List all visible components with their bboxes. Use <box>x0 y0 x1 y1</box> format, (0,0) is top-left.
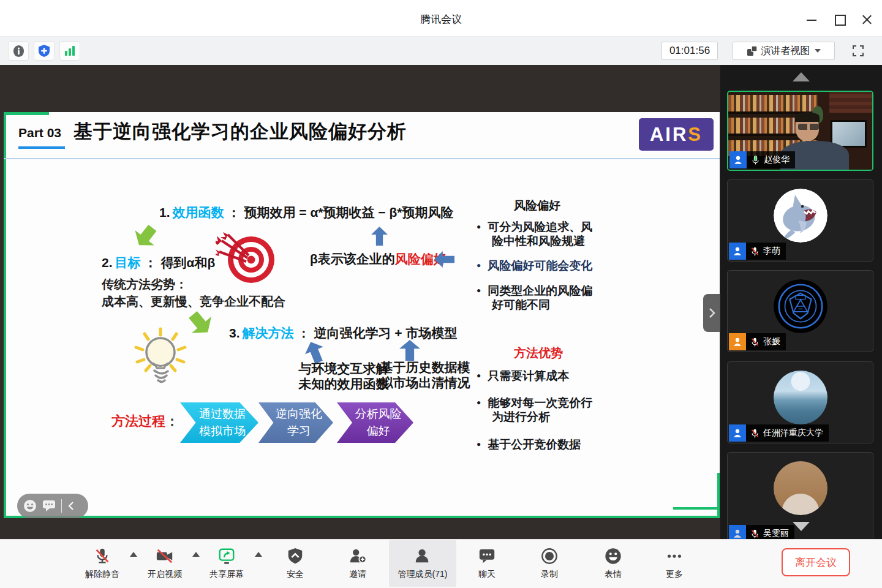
minimize-icon[interactable] <box>805 13 818 26</box>
participant-name: 张媛 <box>763 336 780 347</box>
participant-namebar: 张媛 <box>729 333 786 350</box>
mic-muted-icon <box>750 428 760 439</box>
participant-role-badge <box>729 525 746 539</box>
emoji-button[interactable]: 表情 <box>587 540 639 587</box>
maximize-icon[interactable] <box>833 13 846 26</box>
chat-bubble-icon <box>478 547 496 565</box>
process-step-3: 分析风险 偏好 <box>337 402 413 443</box>
camera-off-icon <box>155 547 175 565</box>
beta-note: β表示该企业的风险偏好 <box>310 251 447 268</box>
participant-role-badge <box>729 151 747 168</box>
smiley-icon <box>604 547 622 565</box>
solution-note-right: 基于历史数据模 拟市场出清情况 <box>369 360 481 390</box>
dartboard-target-icon <box>216 232 276 285</box>
shared-screen-stage: Part 03 基于逆向强化学习的企业风险偏好分析 AIRS 1.效用函数：预期… <box>0 65 720 539</box>
scroll-down-icon[interactable] <box>793 522 810 531</box>
unmute-button[interactable]: 解除静音 <box>77 540 128 587</box>
protection-button[interactable] <box>34 41 55 61</box>
slide-accent <box>4 112 6 518</box>
logo-text: AIR <box>650 124 688 146</box>
risk-panel-title: 风险偏好 <box>477 198 598 214</box>
record-button[interactable]: 录制 <box>524 540 575 587</box>
layout-icon <box>747 46 757 56</box>
airs-logo: AIRS <box>639 118 714 151</box>
share-screen-icon <box>217 547 236 565</box>
person-icon <box>732 336 743 347</box>
chat-quick-icon[interactable] <box>42 500 56 512</box>
meeting-info-button[interactable] <box>8 41 29 61</box>
network-signal-button[interactable] <box>59 41 80 61</box>
mic-muted-icon <box>750 246 760 257</box>
share-screen-button[interactable]: 共享屏幕 <box>201 540 252 587</box>
process-label: 方法过程： <box>111 412 179 431</box>
more-button[interactable]: 更多 <box>649 540 700 587</box>
invite-person-icon <box>348 547 368 565</box>
advantage-bullet: 基于公开竞价数据 <box>477 437 600 451</box>
view-mode-selector[interactable]: 演讲者视图 <box>733 42 835 60</box>
lightbulb-icon <box>130 326 191 388</box>
participant-avatar <box>774 279 827 333</box>
slide-accent <box>4 516 720 518</box>
point-solution: 3.解决方法：逆向强化学习 + 市场模型 <box>229 325 457 342</box>
participants-sidebar: 赵俊华 <box>720 65 882 539</box>
main-area: Part 03 基于逆向强化学习的企业风险偏好分析 AIRS 1.效用函数：预期… <box>0 65 882 539</box>
start-video-button[interactable]: 开启视频 <box>139 540 190 587</box>
green-arrow-icon <box>129 221 162 253</box>
record-icon <box>540 547 559 565</box>
participant-tile-speaking[interactable]: 赵俊华 <box>727 91 873 171</box>
arrow-up-icon <box>399 340 420 361</box>
info-icon <box>12 45 25 58</box>
participant-avatar <box>774 371 827 424</box>
participant-name: 吴雯丽 <box>763 528 789 539</box>
participant-namebar: 任洲洋重庆大学 <box>729 424 829 442</box>
collapse-left-icon[interactable] <box>67 501 75 511</box>
meeting-toolbar: 解除静音 开启视频 共享屏幕 <box>0 539 882 588</box>
point-utility-function: 1.效用函数：预期效用 = α*预期收益 − β*预期风险 <box>159 204 453 221</box>
participant-tile[interactable]: 任洲洋重庆大学 <box>727 361 873 443</box>
university-seal-icon <box>774 279 827 333</box>
method-advantage-panel: 方法优势 只需要计算成本 能够对每一次竞价行为进行分析 基于公开竞价数据 <box>477 345 600 464</box>
participant-role-badge <box>729 243 746 260</box>
slide-accent <box>673 507 720 510</box>
participant-name: 赵俊华 <box>764 154 790 165</box>
person-icon <box>732 528 743 539</box>
risk-preference-panel: 风险偏好 可分为风险追求、风险中性和风险规避 风险偏好可能会变化 同类型企业的风… <box>477 198 598 322</box>
meeting-timer: 01:01:56 <box>662 42 718 60</box>
share-options-caret[interactable] <box>255 552 262 557</box>
participant-tile[interactable]: 张媛 <box>727 270 873 352</box>
chevron-right-icon <box>708 307 715 318</box>
chat-button[interactable]: 聊天 <box>461 540 513 587</box>
participant-role-badge <box>729 424 746 442</box>
invite-button[interactable]: 邀请 <box>332 540 383 587</box>
presentation-slide: Part 03 基于逆向强化学习的企业风险偏好分析 AIRS 1.效用函数：预期… <box>4 112 720 518</box>
video-options-caret[interactable] <box>192 552 200 557</box>
scroll-up-icon[interactable] <box>793 72 810 81</box>
fullscreen-button[interactable] <box>849 42 867 59</box>
mic-muted-icon <box>93 547 111 565</box>
mic-options-caret[interactable] <box>130 552 137 557</box>
leave-meeting-button[interactable]: 离开会议 <box>782 548 850 576</box>
participant-namebar: 李萌 <box>729 243 786 260</box>
emoji-quick-icon[interactable] <box>23 499 37 513</box>
process-step-2: 逆向强化 学习 <box>258 402 333 443</box>
person-icon <box>732 428 743 439</box>
participant-namebar: 吴雯丽 <box>729 525 794 539</box>
participant-name: 任洲洋重庆大学 <box>763 428 823 439</box>
pill-divider <box>61 499 62 513</box>
part-underline <box>18 146 65 149</box>
participant-tile[interactable]: 李萌 <box>727 179 873 262</box>
next-page-tab[interactable] <box>703 294 720 332</box>
view-mode-label: 演讲者视图 <box>761 45 810 58</box>
manage-members-button[interactable]: 管理成员(71) <box>389 540 456 587</box>
risk-bullet: 可分为风险追求、风险中性和风险规避 <box>477 220 598 248</box>
shield-plus-icon <box>38 44 50 58</box>
tencent-meeting-window: 腾讯会议 01:01:56 <box>0 0 882 588</box>
mic-muted-icon <box>750 337 760 347</box>
close-icon[interactable] <box>860 13 873 26</box>
window-title: 腾讯会议 <box>0 12 882 26</box>
arrow-up-icon <box>371 227 388 246</box>
members-icon <box>413 547 432 565</box>
mic-muted-icon <box>750 529 760 539</box>
person-icon <box>732 246 743 257</box>
security-button[interactable]: 安全 <box>270 540 321 587</box>
